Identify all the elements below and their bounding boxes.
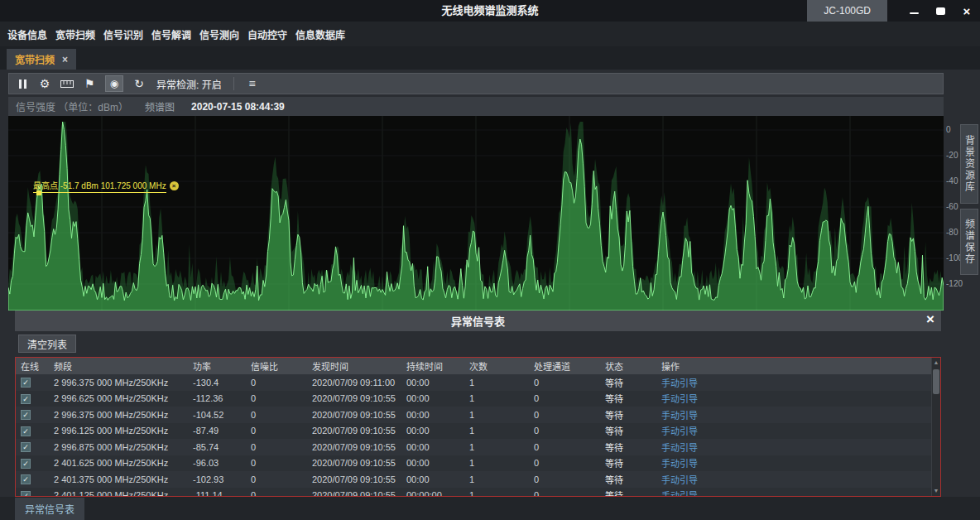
rail-button-1[interactable]: 背景资源库 [960,124,978,204]
cell-duration: 00:00 [401,393,464,403]
cell-snr: 0 [246,458,307,468]
table-row[interactable]: ✓2 996.875 000 MHz/250KHz-85.7402020/07/… [16,439,940,455]
cell-count: 1 [464,490,529,497]
measure-button[interactable] [60,79,74,89]
abnormal-signal-table: 在线频段功率信噪比发现时间持续时间次数处理通道状态操作 ✓2 996.375 0… [15,357,941,497]
table-scrollbar[interactable]: ▲ ▼ [931,358,940,496]
gear-icon: ⚙ [40,78,50,89]
record-icon: ◉ [110,78,118,89]
cell-band: 2 401.375 000 MHz/250KHz [49,474,188,484]
online-checkbox[interactable]: ✓ [21,474,31,484]
cell-band: 2 401.125 000 MHz/250KHz [49,490,188,497]
bottom-tab-bar: 异常信号表 [0,497,980,520]
cell-found-time: 2020/07/09 09:10:55 [307,474,401,484]
table-row[interactable]: ✓2 401.625 000 MHz/250KHz-96.0302020/07/… [16,455,940,472]
flag-marker-button[interactable]: ⚑ [83,78,96,89]
menu-item-1[interactable]: 设备信息 [3,24,51,45]
spectrogram-tab-label[interactable]: 频谱图 [145,99,175,113]
menu-item-4[interactable]: 信号解调 [147,24,195,45]
manual-guide-link[interactable]: 手动引导 [656,456,736,469]
online-checkbox[interactable]: ✓ [21,394,31,404]
spectrum-chart[interactable]: 最高点 -51.7 dBm 101.725 000 MHz × [8,116,944,311]
col-header-1: 在线 [16,359,49,373]
cell-channel: 0 [529,378,600,388]
online-checkbox[interactable]: ✓ [21,378,31,388]
cell-status: 等待 [600,473,656,486]
cell-status: 等待 [600,441,656,454]
refresh-icon: ↻ [134,78,144,89]
table-row[interactable]: ✓2 996.375 000 MHz/250KHz-130.402020/07/… [16,374,940,391]
online-checkbox[interactable]: ✓ [21,442,31,452]
manual-guide-link[interactable]: 手动引导 [656,392,736,405]
panel-close-icon[interactable]: × [926,311,934,328]
hamburger-icon: ≡ [249,78,256,89]
record-button[interactable]: ◉ [105,75,123,92]
clear-list-button[interactable]: 清空列表 [18,335,76,353]
manual-guide-link[interactable]: 手动引导 [656,441,736,454]
tab-broadband-scan[interactable]: 宽带扫频 × [7,49,76,70]
minimize-button[interactable] [901,0,927,22]
online-checkbox[interactable]: ✓ [21,426,31,436]
online-checkbox[interactable]: ✓ [21,410,31,420]
rail-button-2[interactable]: 频谱保存 [960,209,978,275]
manual-guide-link[interactable]: 手动引导 [656,408,736,421]
menu-item-2[interactable]: 宽带扫频 [51,24,99,45]
y-axis-tick: -20 [946,151,958,160]
manual-guide-link[interactable]: 手动引导 [656,424,736,437]
y-axis-tick: -60 [946,202,958,211]
table-row[interactable]: ✓2 401.125 000 MHz/250KHz-111.1402020/07… [16,488,940,498]
scrollbar-thumb[interactable] [933,369,939,394]
cell-snr: 0 [246,474,307,484]
y-axis-tick: -40 [946,176,958,185]
cell-band: 2 996.375 000 MHz/250KHz [49,410,188,420]
window-controls: JC-100GD × [807,0,980,22]
manual-guide-link[interactable]: 手动引导 [656,376,736,389]
cell-status: 等待 [600,392,656,405]
cell-power: -112.36 [188,393,246,403]
cell-power: -96.03 [188,458,246,468]
y-axis-tick: 0 [946,125,951,134]
maximize-button[interactable] [927,0,954,22]
pause-button[interactable] [16,79,29,89]
table-row[interactable]: ✓2 996.125 000 MHz/250KHz-87.4902020/07/… [16,423,940,440]
scroll-up-icon[interactable]: ▲ [932,358,940,368]
menu-item-6[interactable]: 自动控守 [243,24,291,45]
manual-guide-link[interactable]: 手动引导 [656,473,736,486]
table-row[interactable]: ✓2 996.375 000 MHz/250KHz-104.5202020/07… [16,407,940,423]
annotation-close-icon[interactable]: × [170,181,179,190]
tab-close-icon[interactable]: × [62,54,68,65]
table-row[interactable]: ✓2 996.625 000 MHz/250KHz-112.3602020/07… [16,391,940,407]
cell-duration: 00:00 [401,442,464,452]
panel-title: 异常信号表 [451,313,505,329]
cell-status: 等待 [600,408,656,421]
cell-duration: 00:00 [401,378,464,388]
menu-item-3[interactable]: 信号识别 [99,24,147,45]
device-model-button[interactable]: JC-100GD [807,0,887,22]
cell-found-time: 2020/07/09 09:11:00 [307,378,401,388]
col-header-4: 信噪比 [246,359,307,373]
scroll-down-icon[interactable]: ▼ [932,486,940,496]
spectrum-trace [8,116,944,311]
anomaly-detect-status: 异常检测: 开启 [156,77,222,91]
list-menu-button[interactable]: ≡ [246,78,259,89]
cell-duration: 00:00:00 [401,490,464,497]
menu-item-5[interactable]: 信号测向 [195,24,243,45]
cell-power: -111.14 [188,490,246,497]
online-checkbox[interactable]: ✓ [21,491,31,497]
signal-strength-label: 信号强度 （单位：dBm） [16,99,128,113]
cell-found-time: 2020/07/09 09:10:55 [307,442,401,452]
cell-band: 2 996.875 000 MHz/250KHz [49,442,188,452]
settings-button[interactable]: ⚙ [38,78,51,89]
cell-channel: 0 [529,458,600,468]
refresh-button[interactable]: ↻ [132,78,146,89]
table-row[interactable]: ✓2 401.375 000 MHz/250KHz-102.9302020/07… [16,471,940,488]
close-button[interactable]: × [954,0,980,22]
cell-channel: 0 [529,426,600,436]
cell-band: 2 996.125 000 MHz/250KHz [49,426,188,436]
manual-guide-link[interactable]: 手动引导 [656,489,736,497]
col-header-6: 持续时间 [401,359,464,373]
online-checkbox[interactable]: ✓ [21,459,31,469]
menu-item-7[interactable]: 信息数据库 [291,24,349,45]
bottom-tab-abnormal-table[interactable]: 异常信号表 [15,498,84,520]
cell-snr: 0 [246,378,307,388]
